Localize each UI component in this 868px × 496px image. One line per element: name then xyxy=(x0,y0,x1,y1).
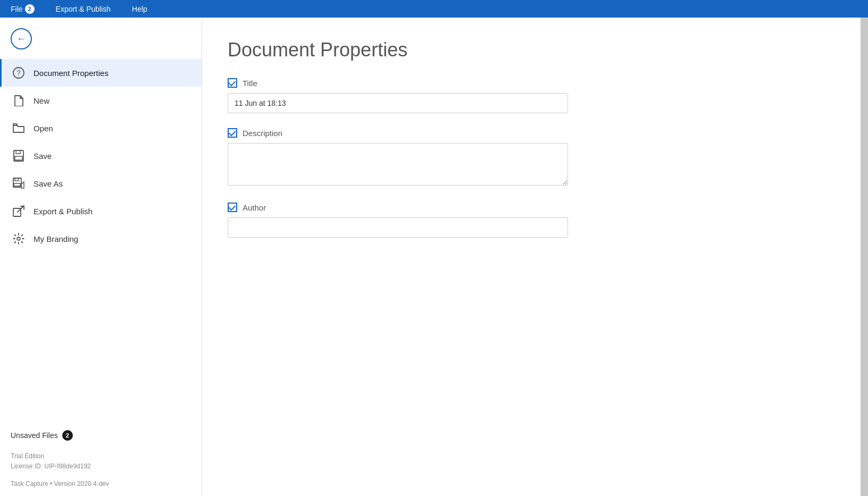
main-layout: ← ? Document Properties xyxy=(0,18,868,496)
export-publish-icon xyxy=(12,205,25,217)
save-icon xyxy=(12,149,25,162)
back-arrow-icon: ← xyxy=(16,33,26,45)
menu-help[interactable]: Help xyxy=(128,3,152,15)
field-row-description: Description xyxy=(228,128,835,188)
unsaved-files-label: Unsaved Files xyxy=(11,431,58,440)
sidebar-item-open-label: Open xyxy=(34,124,53,133)
sidebar-item-save-as-label: Save As xyxy=(34,179,63,188)
field-label-row-author: Author xyxy=(228,203,835,212)
back-button[interactable]: ← xyxy=(11,28,32,49)
new-icon xyxy=(12,94,25,107)
field-label-row-title: Title xyxy=(228,78,835,88)
sidebar: ← ? Document Properties xyxy=(0,18,202,496)
menu-export-publish[interactable]: Export & Publish xyxy=(52,3,115,15)
svg-point-9 xyxy=(17,237,20,240)
sidebar-footer: Unsaved Files 2 Trial Edition License ID… xyxy=(0,422,202,496)
svg-rect-6 xyxy=(15,178,19,181)
sidebar-item-document-properties-label: Document Properties xyxy=(34,69,108,78)
description-label: Description xyxy=(243,129,282,138)
trial-info: Trial Edition License ID: UIP-f88de9d192 xyxy=(11,451,191,472)
page-title: Document Properties xyxy=(228,39,835,61)
menu-file-badge: 2 xyxy=(25,4,35,14)
open-icon xyxy=(12,122,25,134)
sidebar-item-export-publish-label: Export & Publish xyxy=(34,207,93,216)
sidebar-item-document-properties[interactable]: ? Document Properties xyxy=(0,59,202,87)
sidebar-item-save[interactable]: Save xyxy=(0,142,202,170)
menu-help-label: Help xyxy=(132,5,147,13)
content-area: Document Properties Title Description Au… xyxy=(202,18,861,496)
menu-file-label: File xyxy=(11,5,23,13)
unsaved-files-row: Unsaved Files 2 xyxy=(11,430,191,441)
title-input[interactable] xyxy=(228,93,568,113)
field-row-title: Title xyxy=(228,78,835,113)
author-label: Author xyxy=(243,203,266,212)
author-checkbox[interactable] xyxy=(228,203,237,212)
sidebar-back-area: ← xyxy=(0,18,202,55)
sidebar-item-new-label: New xyxy=(34,96,49,105)
description-input[interactable] xyxy=(228,143,568,186)
save-as-icon xyxy=(12,177,25,190)
app-version: Task Capture • Version 2020.4-dev xyxy=(11,480,191,487)
title-label: Title xyxy=(243,79,257,88)
field-row-author: Author xyxy=(228,203,835,238)
sidebar-item-save-as[interactable]: Save As xyxy=(0,170,202,197)
my-branding-icon xyxy=(12,232,25,245)
sidebar-item-my-branding-label: My Branding xyxy=(34,234,78,243)
document-properties-icon: ? xyxy=(12,66,25,79)
sidebar-item-my-branding[interactable]: My Branding xyxy=(0,225,202,253)
description-checkbox[interactable] xyxy=(228,128,237,138)
menu-bar: File 2 Export & Publish Help xyxy=(0,0,868,18)
sidebar-item-open[interactable]: Open xyxy=(0,114,202,142)
field-label-row-description: Description xyxy=(228,128,835,138)
sidebar-item-export-publish[interactable]: Export & Publish xyxy=(0,197,202,225)
sidebar-item-save-label: Save xyxy=(34,152,52,161)
sidebar-nav: ? Document Properties New xyxy=(0,55,202,422)
sidebar-item-new[interactable]: New xyxy=(0,87,202,114)
title-checkbox[interactable] xyxy=(228,78,237,88)
svg-text:?: ? xyxy=(16,69,21,77)
menu-file[interactable]: File 2 xyxy=(6,2,39,16)
right-scrollbar-track[interactable] xyxy=(861,18,868,496)
svg-rect-4 xyxy=(15,156,22,160)
license-id-label: License ID: UIP-f88de9d192 xyxy=(11,461,191,472)
unsaved-files-badge: 2 xyxy=(62,430,73,441)
author-input[interactable] xyxy=(228,217,568,238)
trial-edition-label: Trial Edition xyxy=(11,451,191,461)
menu-export-publish-label: Export & Publish xyxy=(56,5,111,13)
svg-rect-7 xyxy=(14,183,20,186)
